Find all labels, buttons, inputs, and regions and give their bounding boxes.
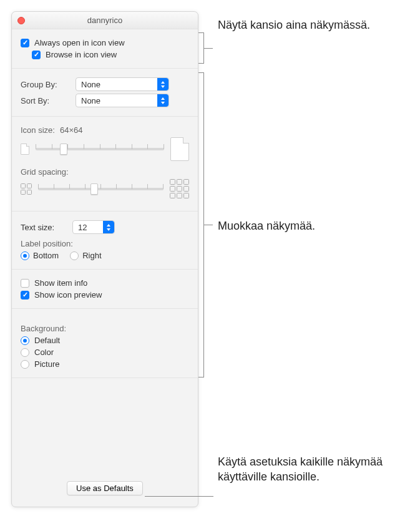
bg-color-radio[interactable] [21, 348, 29, 357]
titlebar: dannyrico [12, 12, 198, 29]
sort-by-label: Sort By: [21, 96, 71, 105]
annotation-bottom: Käytä asetuksia kaikille näkymää käyttäv… [218, 454, 405, 485]
bottom-area: Use as Defaults [12, 378, 198, 507]
icon-size-label: Icon size: [21, 125, 55, 135]
icon-size-slider[interactable] [36, 148, 164, 150]
group-by-label: Group By: [21, 80, 71, 89]
large-file-icon [170, 137, 189, 161]
always-open-label[interactable]: Always open in icon view [34, 38, 125, 47]
show-item-info-checkbox[interactable] [21, 279, 29, 288]
bg-picture-radio[interactable] [21, 360, 29, 369]
text-section: Text size: 12 Label position: Bottom Rig… [12, 212, 198, 270]
text-size-select[interactable]: 12 [72, 220, 115, 234]
show-item-info-label[interactable]: Show item info [34, 278, 87, 288]
group-by-select[interactable]: None [76, 77, 169, 91]
sort-by-value: None [81, 96, 100, 105]
use-as-defaults-button[interactable]: Use as Defaults [67, 481, 143, 495]
window-title: dannyrico [12, 16, 198, 25]
show-icon-preview-checkbox[interactable] [21, 291, 29, 299]
label-bottom-text[interactable]: Bottom [33, 251, 59, 260]
callout-line-bottom [145, 496, 213, 497]
annotation-middle: Muokkaa näkymää. [218, 218, 393, 233]
stepper-icon [157, 78, 168, 90]
browse-checkbox[interactable] [32, 51, 41, 59]
view-options-window: dannyrico Always open in icon view Brows… [11, 11, 198, 507]
stepper-icon [157, 94, 168, 107]
icon-size-section: Icon size: 64×64 Grid spacing: [12, 117, 198, 212]
grid-large-icon [170, 179, 189, 198]
info-section: Show item info Show icon preview [12, 270, 198, 309]
bg-color-label[interactable]: Color [34, 348, 54, 357]
label-bottom-radio[interactable] [21, 251, 29, 260]
label-right-text[interactable]: Right [82, 251, 101, 260]
callout-line-middle [203, 225, 213, 225]
view-mode-section: Always open in icon view Browse in icon … [12, 29, 198, 69]
background-label: Background: [21, 324, 66, 333]
text-size-label: Text size: [21, 223, 67, 232]
grid-small-icon [21, 183, 32, 195]
bg-default-label[interactable]: Default [34, 336, 60, 345]
label-right-radio[interactable] [70, 251, 79, 260]
group-by-value: None [81, 80, 100, 89]
browse-label[interactable]: Browse in icon view [46, 50, 117, 59]
arrange-section: Group By: None Sort By: None [12, 69, 198, 117]
callout-line-top [203, 48, 213, 49]
annotation-top: Näytä kansio aina näkymässä. [218, 17, 393, 32]
bg-default-radio[interactable] [21, 336, 29, 345]
text-size-value: 12 [78, 223, 87, 232]
bg-picture-label[interactable]: Picture [34, 359, 59, 369]
label-position-label: Label position: [21, 239, 73, 248]
always-open-checkbox[interactable] [21, 39, 29, 47]
grid-spacing-label: Grid spacing: [21, 167, 69, 177]
show-icon-preview-label[interactable]: Show icon preview [34, 290, 102, 299]
stepper-icon [103, 221, 114, 233]
sort-by-select[interactable]: None [76, 94, 169, 107]
grid-spacing-slider[interactable] [38, 188, 164, 190]
small-file-icon [21, 144, 29, 155]
background-section: Background: Default Color Picture [12, 309, 198, 378]
icon-size-value: 64×64 [60, 125, 83, 135]
